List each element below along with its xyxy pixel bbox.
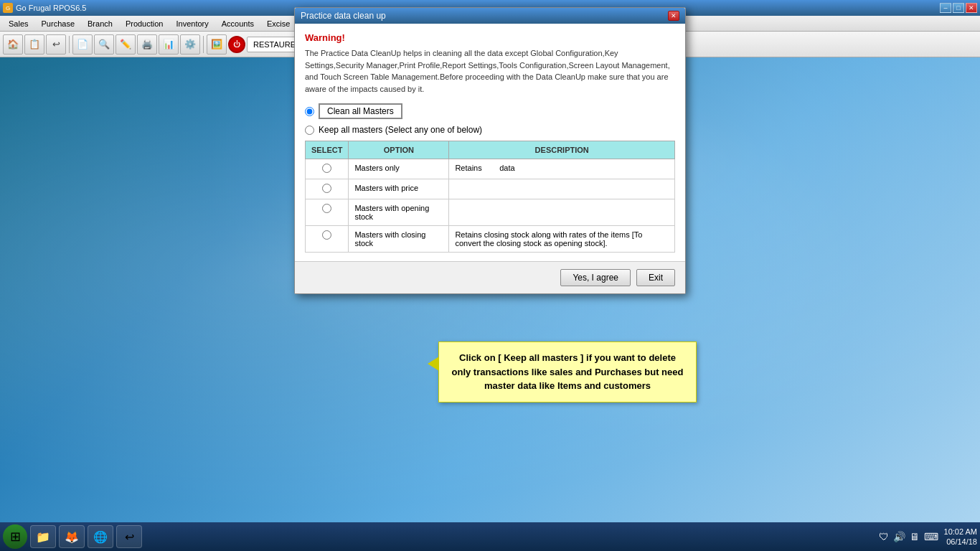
volume-icon[interactable]: 🔊 [893, 531, 905, 542]
option-clean-all: Clean all Masters [305, 103, 675, 119]
radio-masters-price[interactable] [322, 184, 331, 193]
shield-icon: 🛡 [879, 531, 889, 542]
exit-button[interactable]: Exit [636, 269, 675, 286]
row3-option: Masters with opening stock [349, 199, 449, 226]
keep-all-label[interactable]: Keep all masters (Select any one of belo… [319, 125, 482, 135]
info-text: The Practice Data CleanUp helps in clean… [305, 47, 675, 95]
row1-option: Masters only [349, 159, 449, 179]
row2-option: Masters with price [349, 179, 449, 199]
taskbar-right: 🛡 🔊 🖥 ⌨ 10:02 AM 06/14/18 [879, 527, 977, 547]
dialog-title: Practice data clean up [301, 11, 386, 21]
table-row: Masters only Retains data [306, 159, 675, 179]
radio-keep-all[interactable] [305, 126, 314, 135]
taskbar-app4[interactable]: ↩ [116, 525, 142, 548]
col-option: OPTION [349, 141, 449, 159]
taskbar: ⊞ 📁 🦊 🌐 ↩ 🛡 🔊 🖥 ⌨ 10:02 AM 06/14/18 [0, 522, 980, 551]
dialog-body: Warning! The Practice Data CleanUp helps… [295, 24, 685, 261]
row2-select[interactable] [306, 179, 349, 199]
row4-option: Masters with closing stock [349, 226, 449, 253]
keyboard-icon: ⌨ [924, 531, 938, 542]
row2-description [449, 179, 675, 199]
radio-masters-opening[interactable] [322, 204, 331, 213]
options-table: SELECT OPTION DESCRIPTION Masters only R… [305, 141, 675, 253]
taskbar-network[interactable]: 🌐 [88, 525, 113, 548]
col-description: DESCRIPTION [449, 141, 675, 159]
radio-masters-closing[interactable] [322, 230, 331, 240]
row1-description: Retains data [449, 159, 675, 179]
clock-time: 10:02 AM [944, 527, 977, 537]
taskbar-left: ⊞ 📁 🦊 🌐 ↩ [3, 524, 142, 549]
tooltip-box: Click on [ Keep all masters ] if you wan… [438, 342, 697, 402]
radio-clean-all[interactable] [305, 107, 314, 116]
tooltip-arrow [428, 357, 439, 371]
dialog-footer: Yes, I agree Exit [295, 261, 685, 293]
network-icon: 🖥 [910, 531, 920, 542]
row3-description [449, 199, 675, 226]
dialog-overlay: Practice data clean up ✕ Warning! The Pr… [0, 0, 980, 551]
system-icons: 🛡 🔊 🖥 ⌨ [879, 531, 938, 542]
row3-select[interactable] [306, 199, 349, 226]
dialog-close-button[interactable]: ✕ [668, 11, 679, 21]
row4-select[interactable] [306, 226, 349, 253]
row1-select[interactable] [306, 159, 349, 179]
table-row: Masters with closing stock Retains closi… [306, 226, 675, 253]
taskbar-explorer[interactable]: 📁 [30, 525, 56, 548]
table-row: Masters with opening stock [306, 199, 675, 226]
yes-agree-button[interactable]: Yes, I agree [560, 269, 631, 286]
dialog-title-bar: Practice data clean up ✕ [295, 8, 685, 24]
clean-all-label[interactable]: Clean all Masters [319, 103, 402, 119]
warning-label: Warning! [305, 32, 675, 43]
col-select: SELECT [306, 141, 349, 159]
row4-description: Retains closing stock along with rates o… [449, 226, 675, 253]
radio-masters-only[interactable] [322, 164, 331, 173]
clock-date: 06/14/18 [944, 537, 977, 547]
system-clock: 10:02 AM 06/14/18 [944, 527, 977, 547]
tooltip-text: Click on [ Keep all masters ] if you wan… [452, 352, 684, 391]
table-row: Masters with price [306, 179, 675, 199]
practice-cleanup-dialog: Practice data clean up ✕ Warning! The Pr… [294, 7, 686, 294]
start-button[interactable]: ⊞ [3, 524, 27, 549]
taskbar-firefox[interactable]: 🦊 [59, 525, 85, 548]
option-keep-all: Keep all masters (Select any one of belo… [305, 125, 675, 135]
